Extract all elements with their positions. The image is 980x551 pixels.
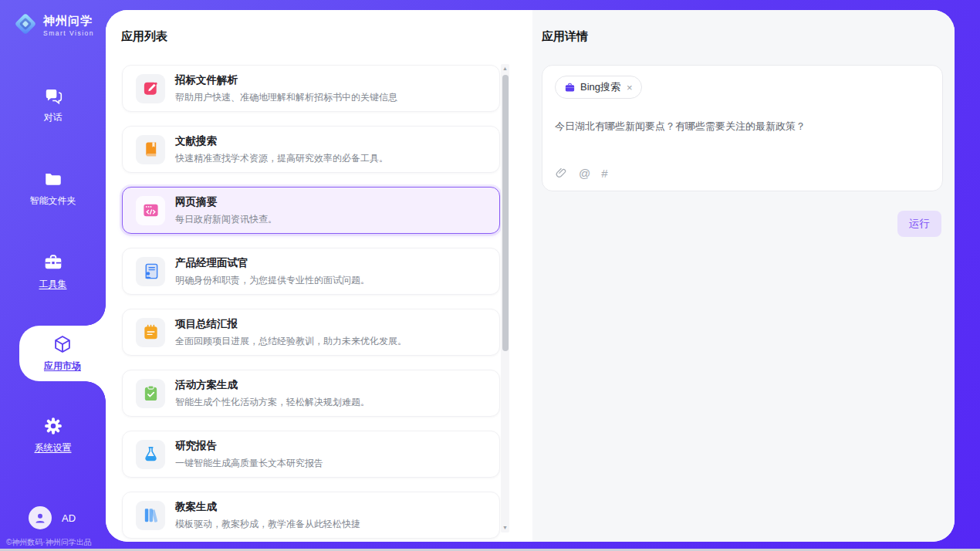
gear-icon (43, 416, 63, 436)
sidebar-nav: 对话智能文件夹工具集应用市场系统设置 (0, 76, 106, 465)
app-card-desc: 全面回顾项目进展，总结经验教训，助力未来优化发展。 (175, 335, 407, 348)
scroll-down-icon[interactable]: ▼ (501, 523, 509, 532)
sidebar-item-folders[interactable]: 智能文件夹 (0, 159, 106, 218)
copyright-text: ©神州数码·神州问学出品 (0, 537, 106, 548)
sidebar-item-tools[interactable]: 工具集 (0, 242, 106, 301)
toolbox-icon (43, 252, 63, 272)
scroll-up-icon[interactable]: ▲ (501, 64, 509, 73)
sidebar-item-label: 对话 (44, 111, 63, 124)
user-row[interactable]: AD (0, 506, 106, 529)
app-card-title: 网页摘要 (175, 195, 277, 209)
app-card[interactable]: 产品经理面试官明确身份和职责，为您提供专业性的面试问题。 (122, 248, 500, 295)
app-card-desc: 智能生成个性化活动方案，轻松解决规划难题。 (175, 396, 370, 409)
edit-icon (136, 74, 165, 103)
app-card-desc: 一键智能生成高质量长文本研究报告 (175, 457, 323, 470)
app-card-title: 招标文件解析 (175, 73, 397, 87)
sidebar-item-settings[interactable]: 系统设置 (0, 406, 106, 465)
folder-icon (43, 169, 63, 189)
user-initials: AD (62, 512, 76, 524)
composer-card: Bing搜索 × 今日湖北有哪些新闻要点？有哪些需要关注的最新政策？ @ # (542, 65, 943, 191)
mention-icon[interactable]: @ (579, 167, 590, 180)
cube-icon (52, 334, 73, 354)
avatar[interactable] (29, 506, 52, 529)
sidebar-item-label: 应用市场 (44, 360, 81, 373)
clipboard-icon (136, 379, 165, 408)
tag-close-icon[interactable]: × (627, 82, 633, 93)
app-list-title: 应用列表 (121, 29, 532, 44)
app-card-title: 教案生成 (175, 500, 360, 514)
brand-subtitle: Smart Vision (43, 29, 94, 37)
book-icon (136, 135, 165, 164)
app-card-desc: 快速精准查找学术资源，提高研究效率的必备工具。 (175, 152, 388, 165)
app-card-list: 招标文件解析帮助用户快速、准确地理解和解析招标书中的关键信息文献搜索快速精准查找… (122, 65, 500, 539)
flask-icon (136, 440, 165, 469)
main-content: 应用列表 招标文件解析帮助用户快速、准确地理解和解析招标书中的关键信息文献搜索快… (106, 10, 955, 542)
books-icon (136, 501, 165, 530)
app-card[interactable]: 招标文件解析帮助用户快速、准确地理解和解析招标书中的关键信息 (122, 65, 500, 112)
sidebar-item-label: 智能文件夹 (30, 194, 76, 208)
briefcase-icon (564, 82, 576, 93)
hash-icon[interactable]: # (601, 167, 607, 180)
composer-toolbar: @ # (555, 167, 930, 180)
browser-icon (136, 196, 165, 225)
app-card-title: 活动方案生成 (175, 378, 370, 392)
scrollbar-thumb[interactable] (502, 75, 509, 351)
app-card-desc: 每日政府新闻资讯快查。 (175, 213, 277, 226)
sidebar: 神州问学 Smart Vision 对话智能文件夹工具集应用市场系统设置 AD … (0, 0, 106, 551)
prompt-input[interactable]: 今日湖北有哪些新闻要点？有哪些需要关注的最新政策？ (555, 120, 930, 167)
brand-logo-icon (12, 11, 39, 40)
app-card[interactable]: 文献搜索快速精准查找学术资源，提高研究效率的必备工具。 (122, 126, 500, 173)
app-card-desc: 明确身份和职责，为您提供专业性的面试问题。 (175, 274, 370, 287)
scrollbar[interactable]: ▲ ▼ (501, 64, 509, 532)
app-card-desc: 模板驱动，教案秒成，教学准备从此轻松快捷 (175, 518, 360, 531)
app-card[interactable]: 教案生成模板驱动，教案秒成，教学准备从此轻松快捷 (122, 492, 500, 539)
tool-tag-bing[interactable]: Bing搜索 × (555, 76, 642, 99)
app-card-desc: 帮助用户快速、准确地理解和解析招标书中的关键信息 (175, 91, 397, 104)
brand-logo: 神州问学 Smart Vision (0, 0, 106, 40)
app-detail-panel: 应用详情 Bing搜索 × 今日湖北有哪些新闻要点？有哪些需要关注的最新政策？ (532, 10, 955, 542)
chat-icon (43, 86, 63, 106)
app-card-title: 研究报告 (175, 439, 323, 453)
brand-name: 神州问学 (43, 14, 94, 29)
app-card[interactable]: 研究报告一键智能生成高质量长文本研究报告 (122, 431, 500, 478)
app-list-panel: 应用列表 招标文件解析帮助用户快速、准确地理解和解析招标书中的关键信息文献搜索快… (106, 10, 532, 542)
sidebar-item-chat[interactable]: 对话 (0, 76, 106, 134)
sidebar-item-label: 工具集 (39, 278, 67, 291)
sidebar-item-label: 系统设置 (35, 441, 72, 455)
tool-tag-label: Bing搜索 (580, 80, 620, 94)
app-detail-title: 应用详情 (542, 29, 943, 44)
app-card-title: 项目总结汇报 (175, 317, 407, 331)
run-button[interactable]: 运行 (897, 211, 941, 237)
app-card[interactable]: 项目总结汇报全面回顾项目进展，总结经验教训，助力未来优化发展。 (122, 309, 500, 356)
person-icon (136, 257, 165, 286)
sidebar-item-market[interactable]: 应用市场 (19, 326, 106, 381)
note-icon (136, 318, 165, 347)
attachment-icon[interactable] (555, 167, 568, 180)
app-card-selected[interactable]: 网页摘要每日政府新闻资讯快查。 (122, 187, 500, 234)
app-card[interactable]: 活动方案生成智能生成个性化活动方案，轻松解决规划难题。 (122, 370, 500, 417)
app-card-title: 产品经理面试官 (175, 256, 370, 270)
run-row: 运行 (542, 211, 943, 237)
app-card-title: 文献搜索 (175, 134, 388, 148)
